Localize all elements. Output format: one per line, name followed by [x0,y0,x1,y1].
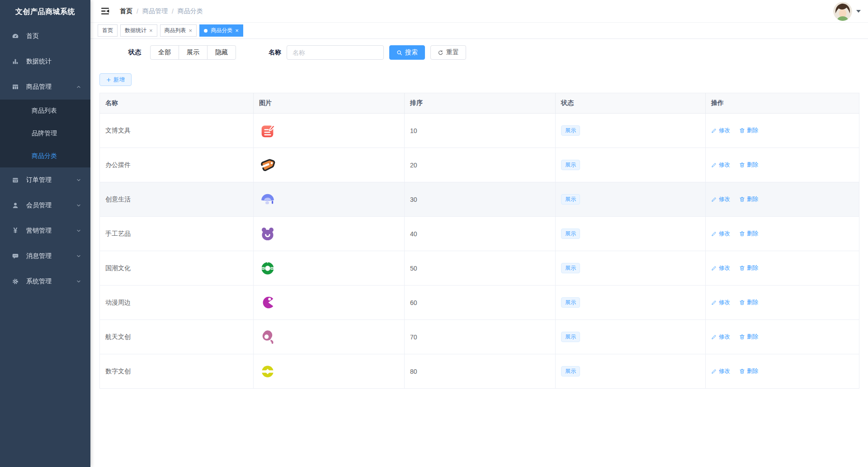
gear-icon [12,278,19,285]
category-name: 航天文创 [100,320,254,354]
modify-button[interactable]: 修改 [711,195,730,203]
delete-button[interactable]: 删除 [739,230,758,238]
price-tag-icon [259,157,276,174]
sidebar-item-label: 商品列表 [32,107,57,115]
delete-button[interactable]: 删除 [739,333,758,341]
sidebar-item-label: 商品管理 [26,83,76,91]
column-header-actions: 操作 [706,93,859,114]
breadcrumb-home[interactable]: 首页 [120,7,132,15]
tab-product-category[interactable]: 商品分类 × [199,24,243,37]
pencil-icon [711,128,717,133]
category-name: 国潮文化 [100,251,254,286]
delete-button[interactable]: 删除 [739,264,758,272]
trash-icon [739,368,745,374]
category-name: 数字文创 [100,354,254,389]
close-icon[interactable]: × [235,28,239,33]
caret-down-icon[interactable] [856,10,861,13]
name-input[interactable] [287,45,384,60]
category-name: 动漫周边 [100,286,254,320]
status-hide-button[interactable]: 隐藏 [207,45,236,60]
sidebar-item-product-list[interactable]: 商品列表 [0,100,90,122]
modify-button[interactable]: 修改 [711,367,730,375]
sidebar-item-order-management[interactable]: 订单管理 [0,167,90,193]
modify-button[interactable]: 修改 [711,230,730,238]
trash-icon [739,196,745,202]
table-toolbar: 新增 [90,66,868,86]
delete-button[interactable]: 删除 [739,161,758,169]
modify-button[interactable]: 修改 [711,161,730,169]
search-icon [396,50,402,56]
tab-home[interactable]: 首页 [98,24,118,37]
reset-button[interactable]: 重置 [430,45,466,60]
sidebar-item-message-management[interactable]: 消息管理 [0,243,90,269]
sidebar-item-marketing-management[interactable]: ¥ 营销管理 [0,218,90,243]
modify-button[interactable]: 修改 [711,127,730,134]
reset-button-label: 重置 [446,48,459,57]
delete-button[interactable]: 删除 [739,299,758,306]
sidebar-item-product-management[interactable]: 商品管理 [0,74,90,100]
tab-label: 商品分类 [211,27,232,34]
modify-button[interactable]: 修改 [711,264,730,272]
delete-button[interactable]: 删除 [739,195,758,203]
status-all-button[interactable]: 全部 [150,45,179,60]
category-sort: 10 [405,114,556,148]
category-name: 创意生活 [100,182,254,217]
close-icon[interactable]: × [189,28,193,33]
chevron-down-icon [76,253,81,259]
add-button[interactable]: 新增 [99,73,132,86]
sidebar-item-statistics[interactable]: 数据统计 [0,49,90,74]
modify-button[interactable]: 修改 [711,333,730,341]
message-icon [12,253,19,260]
modify-button[interactable]: 修改 [711,299,730,306]
close-icon[interactable]: × [149,28,153,33]
pencil-icon [711,265,717,271]
sidebar-item-brand-management[interactable]: 品牌管理 [0,122,90,145]
tab-product-list[interactable]: 商品列表 × [160,24,197,37]
chevron-down-icon [76,203,81,208]
breadcrumb-separator: / [137,8,138,15]
status-badge: 展示 [561,366,580,377]
tab-label: 商品列表 [165,27,186,34]
sidebar-item-member-management[interactable]: 会员管理 [0,193,90,218]
category-sort: 70 [405,320,556,354]
table-header-row: 名称 图片 排序 状态 操作 [100,93,859,114]
menu-fold-icon[interactable] [100,6,110,16]
chevron-up-icon [76,84,81,90]
trash-icon [739,300,745,305]
delete-button[interactable]: 删除 [739,367,758,375]
delete-button[interactable]: 删除 [739,127,758,134]
pencil-icon [711,334,717,340]
refresh-icon [438,50,443,56]
tab-label: 首页 [102,27,113,34]
sidebar-item-home[interactable]: 首页 [0,24,90,49]
status-show-button[interactable]: 展示 [179,45,208,60]
note-edit-icon [259,122,276,139]
pencil-icon [711,196,717,202]
table-row: 动漫周边 60 展示 修改 删除 [100,286,859,320]
plus-icon [106,77,111,82]
sidebar-item-product-category[interactable]: 商品分类 [0,145,90,167]
avatar[interactable] [833,2,852,21]
tab-statistics[interactable]: 数据统计 × [120,24,157,37]
user-icon [12,202,19,209]
status-badge: 展示 [561,194,580,205]
table-row: 办公摆件 20 展示 修改 删除 [100,148,859,182]
sidebar-item-label: 系统管理 [26,277,76,286]
table-row: 航天文创 70 展示 修改 删除 [100,320,859,354]
status-badge: 展示 [561,332,580,343]
add-button-label: 新增 [113,76,125,84]
sidebar-item-system-management[interactable]: 系统管理 [0,269,90,294]
table-row: 国潮文化 50 展示 修改 删除 [100,251,859,286]
breadcrumb-product-management[interactable]: 商品管理 [142,7,168,15]
bar-chart-icon [12,58,19,65]
category-sort: 20 [405,148,556,182]
sidebar-item-label: 营销管理 [26,227,76,235]
filter-bar: 状态 全部 展示 隐藏 名称 搜索 重置 [90,39,868,66]
name-filter-label: 名称 [269,48,281,57]
column-header-name: 名称 [100,93,254,114]
search-button[interactable]: 搜索 [389,45,425,60]
table-row: 文博文具 10 展示 修改 删除 [100,114,859,148]
submenu-product-management: 商品列表 品牌管理 商品分类 [0,100,90,167]
column-header-image: 图片 [254,93,405,114]
status-badge: 展示 [561,125,580,136]
